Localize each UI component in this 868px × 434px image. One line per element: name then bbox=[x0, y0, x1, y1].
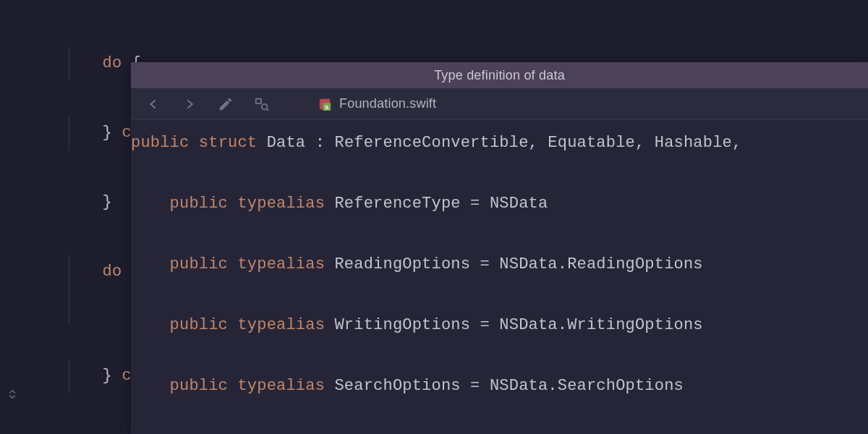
keyword-public: public bbox=[170, 316, 228, 334]
alias-value: NSData bbox=[490, 195, 548, 213]
code-line-empty bbox=[131, 159, 868, 188]
typealias-line[interactable]: public typealias WritingOptions = NSData… bbox=[131, 310, 868, 341]
equals: = bbox=[470, 316, 499, 334]
find-usages-icon[interactable] bbox=[254, 96, 270, 112]
forward-arrow-icon[interactable] bbox=[182, 96, 197, 112]
alias-value: NSData.WritingOptions bbox=[499, 316, 702, 334]
code-line-empty bbox=[131, 281, 868, 310]
alias-name: ReferenceType bbox=[334, 195, 460, 213]
popup-code-view[interactable]: public struct Data : ReferenceConvertibl… bbox=[131, 120, 868, 402]
alias-name: SearchOptions bbox=[334, 377, 460, 395]
code-line-empty bbox=[131, 220, 868, 249]
typealias-line[interactable]: public typealias ReadingOptions = NSData… bbox=[131, 249, 868, 281]
keyword-typealias: typealias bbox=[237, 316, 325, 334]
keyword-public: public bbox=[131, 134, 189, 152]
keyword-public: public bbox=[170, 195, 228, 213]
keyword-struct: struct bbox=[199, 134, 257, 152]
alias-name: ReadingOptions bbox=[334, 255, 470, 273]
edit-pencil-icon[interactable] bbox=[218, 96, 234, 112]
keyword-public: public bbox=[170, 255, 228, 273]
keyword-typealias: typealias bbox=[237, 195, 325, 213]
code-line-empty bbox=[131, 341, 868, 370]
type-definition-popup: Type definition of data S Foundation.swi… bbox=[131, 62, 868, 434]
back-arrow-icon[interactable] bbox=[145, 96, 161, 112]
typealias-line[interactable]: public typealias ReferenceType = NSData bbox=[131, 188, 868, 220]
keyword-typealias: typealias bbox=[237, 377, 325, 395]
equals: = bbox=[461, 377, 490, 395]
popup-file-label[interactable]: S Foundation.swift bbox=[319, 96, 436, 111]
code-line[interactable]: do { bbox=[0, 12, 868, 46]
alias-name: WritingOptions bbox=[334, 316, 470, 334]
keyword-typealias: typealias bbox=[237, 255, 325, 273]
swift-file-icon: S bbox=[319, 98, 332, 111]
protocol-list: ReferenceConvertible, Equatable, Hashabl… bbox=[334, 134, 741, 152]
alias-value: NSData.SearchOptions bbox=[490, 377, 684, 395]
alias-value: NSData.ReadingOptions bbox=[499, 255, 702, 273]
declaration-line[interactable]: public struct Data : ReferenceConvertibl… bbox=[131, 127, 868, 159]
typealias-line[interactable]: public typealias SearchOptions = NSData.… bbox=[131, 370, 868, 402]
type-name: Data bbox=[267, 134, 306, 152]
svg-rect-0 bbox=[256, 98, 261, 103]
keyword-public: public bbox=[170, 377, 228, 395]
svg-point-1 bbox=[262, 103, 268, 109]
colon-sep: : bbox=[305, 134, 334, 152]
svg-text:S: S bbox=[325, 104, 329, 111]
equals: = bbox=[461, 195, 490, 213]
equals: = bbox=[470, 255, 499, 273]
popup-toolbar: S Foundation.swift bbox=[131, 88, 868, 120]
file-name-text: Foundation.swift bbox=[339, 96, 436, 111]
popup-title-bar[interactable]: Type definition of data bbox=[131, 62, 868, 88]
